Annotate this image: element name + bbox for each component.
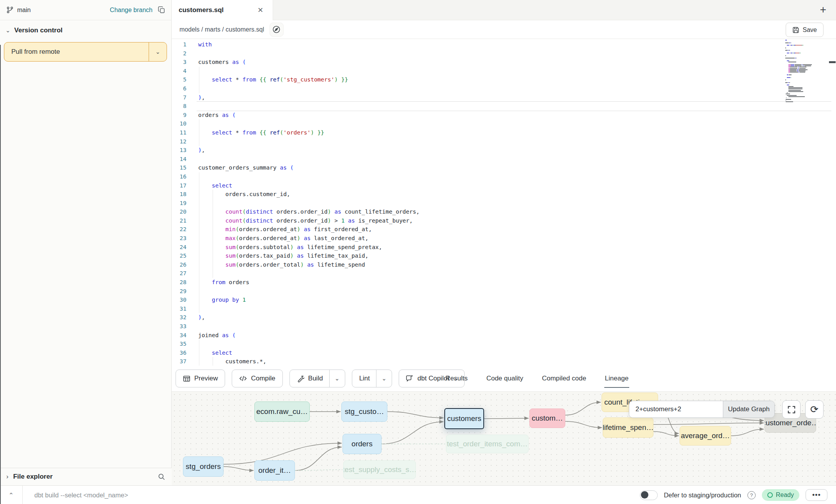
- code-line[interactable]: 14: [172, 155, 836, 164]
- lint-button[interactable]: Lint: [352, 370, 376, 387]
- lint-dropdown-toggle[interactable]: ⌄: [376, 370, 392, 387]
- search-icon[interactable]: [158, 473, 165, 481]
- code-line[interactable]: 22 min(orders.ordered_at) as first_order…: [172, 225, 836, 234]
- version-control-header[interactable]: ⌄ Version control: [0, 23, 172, 37]
- code-line[interactable]: 8: [172, 102, 836, 111]
- code-line[interactable]: 9orders as (: [172, 111, 836, 120]
- panel-tab-lineage[interactable]: Lineage: [604, 366, 630, 391]
- breadcrumb: models / marts / customers.sql: [179, 26, 264, 33]
- build-split-button: Build ⌄: [289, 370, 345, 387]
- indent-guide: [213, 199, 213, 208]
- code-line[interactable]: 2: [172, 49, 836, 58]
- compile-button[interactable]: Compile: [232, 370, 282, 387]
- line-number: 31: [172, 304, 190, 313]
- build-dropdown-toggle[interactable]: ⌄: [329, 370, 345, 387]
- lineage-node-custom[interactable]: custom…: [529, 409, 565, 428]
- code-line[interactable]: 1with: [172, 40, 836, 49]
- code-line[interactable]: 17 select: [172, 181, 836, 190]
- lineage-node-stg_custo[interactable]: stg_custo…: [341, 401, 387, 422]
- code-text: with: [190, 40, 212, 49]
- indent-guide: [199, 172, 199, 181]
- code-line[interactable]: 7),: [172, 93, 836, 102]
- code-text: select * from {{ ref('stg_customers') }}: [190, 75, 348, 84]
- code-text: select * from {{ ref('orders') }}: [190, 128, 324, 137]
- code-line[interactable]: 18 orders.customer_id,: [172, 190, 836, 199]
- code-line[interactable]: 33: [172, 322, 836, 331]
- code-line[interactable]: 15customer_orders_summary as (: [172, 163, 836, 172]
- code-line[interactable]: 23 max(orders.ordered_at) as last_ordere…: [172, 234, 836, 243]
- line-number: 2: [172, 49, 190, 58]
- pull-from-remote-button[interactable]: Pull from remote ⌄: [4, 42, 167, 62]
- new-tab-button[interactable]: +: [816, 4, 830, 17]
- code-line[interactable]: 26 sum(orders.order_total) as lifetime_s…: [172, 260, 836, 269]
- code-line[interactable]: 13),: [172, 146, 836, 155]
- code-line[interactable]: 27: [172, 269, 836, 278]
- minimap[interactable]: [785, 40, 816, 103]
- code-line[interactable]: 20 count(distinct orders.order_id) as co…: [172, 207, 836, 216]
- lineage-node-lifetime_spen[interactable]: lifetime_spen…: [603, 417, 653, 438]
- lineage-edge-stg_custo-customers: [387, 412, 444, 418]
- code-line[interactable]: 16: [172, 172, 836, 181]
- scrollbar-thumb[interactable]: [829, 61, 836, 63]
- code-line[interactable]: 32),: [172, 313, 836, 322]
- code-line[interactable]: 4: [172, 67, 836, 76]
- lineage-node-order_it[interactable]: order_it…: [254, 460, 295, 481]
- preview-button[interactable]: Preview: [176, 370, 225, 387]
- line-number: 24: [172, 243, 190, 252]
- code-line[interactable]: 30 group by 1: [172, 295, 836, 304]
- lineage-node-customers[interactable]: customers: [444, 408, 484, 429]
- lineage-node-test_supply[interactable]: test_supply_costs_s…: [343, 460, 416, 479]
- code-line[interactable]: 5 select * from {{ ref('stg_customers') …: [172, 75, 836, 84]
- close-icon[interactable]: ✕: [255, 5, 266, 15]
- code-text: orders.customer_id,: [190, 190, 290, 199]
- lineage-node-orders[interactable]: orders: [343, 434, 382, 454]
- window-edge: [0, 45, 1, 504]
- change-branch-link[interactable]: Change branch: [110, 7, 153, 14]
- code-line[interactable]: 28 from orders: [172, 278, 836, 287]
- help-icon[interactable]: ?: [747, 491, 756, 499]
- code-line[interactable]: 11 select * from {{ ref('orders') }}: [172, 128, 836, 137]
- panel-tab-code-quality[interactable]: Code quality: [486, 366, 524, 391]
- save-button[interactable]: Save: [786, 23, 824, 37]
- code-line[interactable]: 31: [172, 304, 836, 313]
- code-line[interactable]: 19: [172, 199, 836, 208]
- code-line[interactable]: 29: [172, 287, 836, 296]
- indent-guide: [199, 84, 199, 93]
- code-line[interactable]: 24 sum(orders.subtotal) as lifetime_spen…: [172, 243, 836, 252]
- collapse-cli-button[interactable]: ⌃: [0, 486, 23, 504]
- panel-tab-compiled-code[interactable]: Compiled code: [541, 366, 587, 391]
- code-line[interactable]: 10: [172, 119, 836, 128]
- code-line[interactable]: 25 sum(orders.tax_paid) as lifetime_tax_…: [172, 251, 836, 260]
- code-line[interactable]: 6: [172, 84, 836, 93]
- file-explorer-header[interactable]: › File explorer: [0, 468, 172, 485]
- code-line[interactable]: 36 select: [172, 348, 836, 357]
- pull-dropdown-toggle[interactable]: ⌄: [149, 42, 167, 61]
- lineage-search-input[interactable]: [629, 401, 723, 417]
- build-button[interactable]: Build: [290, 370, 329, 387]
- code-editor[interactable]: 1with23customers as (45 select * from {{…: [172, 39, 836, 366]
- defer-toggle[interactable]: [640, 490, 658, 500]
- code-line[interactable]: 37 customers.*,: [172, 357, 836, 366]
- code-line[interactable]: 12: [172, 137, 836, 146]
- refresh-button[interactable]: ⟳: [805, 400, 824, 419]
- fullscreen-button[interactable]: [782, 400, 801, 419]
- copy-icon[interactable]: [158, 6, 165, 14]
- tab-customers-sql[interactable]: customers.sql ✕: [172, 0, 273, 20]
- lineage-node-average_ord[interactable]: average_ord…: [680, 426, 731, 446]
- lineage-node-test_order_items[interactable]: test_order_items_com…: [446, 435, 529, 453]
- update-graph-button[interactable]: Update Graph: [723, 401, 774, 417]
- lineage-node-ecom[interactable]: ecom.raw_cu…: [254, 401, 310, 422]
- more-options-button[interactable]: •••: [806, 489, 827, 501]
- compass-icon[interactable]: [270, 23, 284, 37]
- line-number: 26: [172, 260, 190, 269]
- lineage-canvas[interactable]: Update Graph ⟳ ecom.raw_cu…stg_custo…stg…: [172, 392, 836, 485]
- version-control-label: Version control: [14, 27, 63, 34]
- line-number: 35: [172, 340, 190, 348]
- code-line[interactable]: 35: [172, 340, 836, 348]
- code-line[interactable]: 3customers as (: [172, 58, 836, 67]
- cli-command-input[interactable]: dbt build --select <model_name>: [34, 486, 128, 504]
- code-line[interactable]: 21 count(distinct orders.order_id) > 1 a…: [172, 216, 836, 225]
- panel-tab-results[interactable]: Results: [445, 366, 469, 391]
- code-line[interactable]: 34joined as (: [172, 331, 836, 340]
- lineage-node-stg_orders[interactable]: stg_orders: [183, 456, 224, 477]
